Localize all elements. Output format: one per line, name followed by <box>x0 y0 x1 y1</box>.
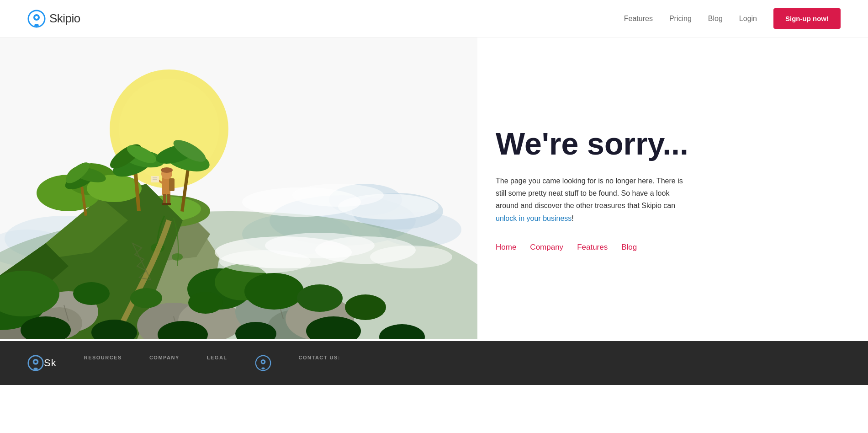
nav-blog[interactable]: Blog <box>708 15 723 23</box>
nav: Features Pricing Blog Login Sign-up now! <box>624 8 841 29</box>
page-links: Home Company Features Blog <box>496 243 831 252</box>
footer-social-icon <box>255 355 271 371</box>
main-content: We're sorry... The page you came looking… <box>0 37 868 341</box>
svg-point-72 <box>73 282 110 305</box>
svg-point-90 <box>338 194 439 219</box>
footer-company: COMPANY <box>149 355 180 364</box>
signup-button[interactable]: Sign-up now! <box>773 8 841 29</box>
illustration-area <box>0 37 477 341</box>
nav-pricing[interactable]: Pricing <box>669 15 692 23</box>
svg-rect-49 <box>163 194 166 204</box>
link-blog[interactable]: Blog <box>621 243 637 252</box>
svg-point-43 <box>161 167 173 173</box>
logo-text: Skipio <box>49 11 80 26</box>
footer-resources-title: RESOURCES <box>84 355 122 360</box>
footer: Sk RESOURCES COMPANY LEGAL Contact Us: <box>0 341 868 385</box>
svg-point-99 <box>262 361 264 363</box>
svg-point-94 <box>34 368 38 370</box>
logo-icon <box>27 10 46 28</box>
svg-point-75 <box>297 284 343 312</box>
nav-features[interactable]: Features <box>624 15 653 23</box>
svg-point-98 <box>261 367 265 369</box>
svg-rect-52 <box>166 203 171 205</box>
link-home[interactable]: Home <box>496 243 516 252</box>
404-illustration <box>0 37 477 339</box>
footer-contact-title: Contact Us: <box>299 355 340 360</box>
svg-point-71 <box>244 273 304 310</box>
svg-point-74 <box>188 292 223 314</box>
sorry-body-part1: The page you came looking for is no long… <box>496 177 683 209</box>
svg-point-3 <box>35 16 38 19</box>
footer-social <box>255 355 271 371</box>
svg-point-40 <box>172 253 183 261</box>
link-company[interactable]: Company <box>530 243 563 252</box>
footer-legal-title: LEGAL <box>207 355 228 360</box>
footer-logo: Sk <box>27 355 57 371</box>
footer-company-title: COMPANY <box>149 355 180 360</box>
footer-legal: LEGAL <box>207 355 228 364</box>
sorry-body-highlight: unlock in your business <box>496 214 572 222</box>
svg-point-76 <box>345 294 386 320</box>
sorry-heading: We're sorry... <box>496 127 831 161</box>
svg-rect-50 <box>167 194 170 204</box>
footer-contact: Contact Us: <box>299 355 340 360</box>
nav-login[interactable]: Login <box>739 15 757 23</box>
footer-logo-text: Sk <box>44 357 57 369</box>
header: Skipio Features Pricing Blog Login Sign-… <box>0 0 868 37</box>
svg-point-85 <box>219 250 311 273</box>
svg-rect-44 <box>169 178 175 191</box>
link-features[interactable]: Features <box>577 243 608 252</box>
footer-logo-icon <box>27 355 44 371</box>
svg-rect-51 <box>162 203 167 205</box>
svg-point-87 <box>370 246 452 268</box>
text-side: We're sorry... The page you came looking… <box>477 37 868 341</box>
svg-point-95 <box>34 361 37 363</box>
sorry-body-part2: ! <box>572 214 573 222</box>
footer-resources: RESOURCES <box>84 355 122 364</box>
sorry-body: The page you came looking for is no long… <box>496 175 692 225</box>
logo[interactable]: Skipio <box>27 10 80 28</box>
svg-point-2 <box>34 24 39 27</box>
svg-point-73 <box>130 288 162 308</box>
